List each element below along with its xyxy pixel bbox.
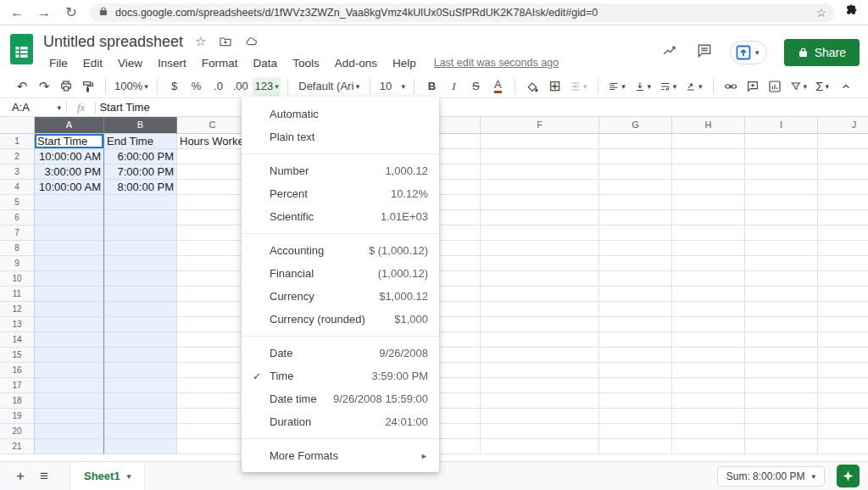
menu-file[interactable]: File xyxy=(43,55,74,71)
format-currency-button[interactable]: $ xyxy=(164,77,185,96)
formula-input[interactable]: Start Time xyxy=(96,101,149,114)
cell-C15[interactable] xyxy=(177,348,248,363)
row-header-2[interactable]: 2 xyxy=(0,149,35,164)
cell-B11[interactable] xyxy=(104,287,177,302)
document-title[interactable]: Untitled spreadsheet xyxy=(43,33,183,51)
cell-G7[interactable] xyxy=(599,226,672,241)
cell-H3[interactable] xyxy=(672,164,745,180)
cell-J5[interactable] xyxy=(818,195,868,210)
cell-I15[interactable] xyxy=(745,348,818,363)
row-header-21[interactable]: 21 xyxy=(0,439,35,454)
cell-A14[interactable] xyxy=(35,332,104,348)
format-percent-button[interactable]: % xyxy=(186,77,207,96)
collapse-toolbar-icon[interactable] xyxy=(836,77,856,96)
row-header-4[interactable]: 4 xyxy=(0,180,35,195)
cell-B21[interactable] xyxy=(104,439,177,454)
cell-F2[interactable] xyxy=(481,149,599,164)
cell-H17[interactable] xyxy=(672,378,745,393)
cell-C17[interactable] xyxy=(177,378,248,393)
cell-H4[interactable] xyxy=(672,180,745,195)
extension-puzzle-icon[interactable] xyxy=(845,3,860,21)
paint-format-icon[interactable] xyxy=(78,77,98,96)
row-header-20[interactable]: 20 xyxy=(0,424,35,439)
cell-F3[interactable] xyxy=(481,164,599,180)
cell-H21[interactable] xyxy=(672,439,745,454)
cell-H6[interactable] xyxy=(672,210,745,226)
cell-I19[interactable] xyxy=(745,409,818,424)
cell-C9[interactable] xyxy=(177,256,248,271)
cell-J19[interactable] xyxy=(818,409,868,424)
cell-J2[interactable] xyxy=(818,149,868,164)
bookmark-star-icon[interactable]: ☆ xyxy=(815,6,826,19)
menu-item-currency-rounded-[interactable]: Currency (rounded)$1,000 xyxy=(242,308,439,331)
row-header-17[interactable]: 17 xyxy=(0,378,35,393)
select-all-corner[interactable] xyxy=(0,117,35,134)
cell-G9[interactable] xyxy=(599,256,672,271)
cell-I2[interactable] xyxy=(745,149,818,164)
cell-J7[interactable] xyxy=(818,226,868,241)
menu-item-number[interactable]: Number1,000.12 xyxy=(242,159,439,182)
cell-J9[interactable] xyxy=(818,256,868,271)
redo-icon[interactable]: ↷ xyxy=(34,77,54,96)
cell-C8[interactable] xyxy=(177,241,248,256)
cell-H7[interactable] xyxy=(672,226,745,241)
cell-F14[interactable] xyxy=(481,332,599,348)
cell-I12[interactable] xyxy=(745,302,818,317)
cell-B1[interactable]: End Time xyxy=(104,134,177,149)
cell-F4[interactable] xyxy=(481,180,599,195)
cell-I9[interactable] xyxy=(745,256,818,271)
cell-J15[interactable] xyxy=(818,348,868,363)
menu-item-date-time[interactable]: Date time9/26/2008 15:59:00 xyxy=(242,387,439,410)
add-sheet-icon[interactable]: + xyxy=(8,465,32,488)
cell-G1[interactable] xyxy=(599,134,672,149)
cell-A18[interactable] xyxy=(35,393,104,409)
cell-G20[interactable] xyxy=(599,424,672,439)
cell-B20[interactable] xyxy=(104,424,177,439)
font-select[interactable]: Default (Ari...▾ xyxy=(295,77,363,96)
cell-I18[interactable] xyxy=(745,393,818,409)
menu-format[interactable]: Format xyxy=(196,55,244,71)
cell-I3[interactable] xyxy=(745,164,818,180)
cell-I6[interactable] xyxy=(745,210,818,226)
column-header-G[interactable]: G xyxy=(599,117,672,134)
cell-B18[interactable] xyxy=(104,393,177,409)
cell-H20[interactable] xyxy=(672,424,745,439)
cell-B13[interactable] xyxy=(104,317,177,332)
cell-F1[interactable] xyxy=(481,134,599,149)
cell-A7[interactable] xyxy=(35,226,104,241)
cell-A5[interactable] xyxy=(35,195,104,210)
vertical-align-icon[interactable]: ▾ xyxy=(631,77,654,96)
cell-C10[interactable] xyxy=(177,271,248,287)
cell-F7[interactable] xyxy=(481,226,599,241)
borders-icon[interactable]: ⊞ xyxy=(544,77,565,96)
cell-C21[interactable] xyxy=(177,439,248,454)
reload-icon[interactable]: ↻ xyxy=(63,4,80,20)
menu-item-scientific[interactable]: Scientific1.01E+03 xyxy=(242,205,439,228)
cell-G13[interactable] xyxy=(599,317,672,332)
cell-A21[interactable] xyxy=(35,439,104,454)
cell-A8[interactable] xyxy=(35,241,104,256)
comment-history-icon[interactable] xyxy=(696,42,713,63)
all-sheets-icon[interactable]: ≡ xyxy=(32,465,56,488)
cell-C7[interactable] xyxy=(177,226,248,241)
column-header-B[interactable]: B xyxy=(104,117,177,134)
cell-G10[interactable] xyxy=(599,271,672,287)
cell-C12[interactable] xyxy=(177,302,248,317)
name-box[interactable]: A:A ▾ xyxy=(0,101,66,114)
cell-B8[interactable] xyxy=(104,241,177,256)
cell-G21[interactable] xyxy=(599,439,672,454)
menu-item-automatic[interactable]: Automatic xyxy=(242,117,439,125)
row-header-6[interactable]: 6 xyxy=(0,210,35,226)
cell-G12[interactable] xyxy=(599,302,672,317)
menu-item-time[interactable]: ✓Time3:59:00 PM xyxy=(242,365,439,387)
cell-C2[interactable] xyxy=(177,149,248,164)
cell-H8[interactable] xyxy=(672,241,745,256)
last-edit-link[interactable]: Last edit was seconds ago xyxy=(434,57,559,69)
cell-A16[interactable] xyxy=(35,363,104,378)
share-button[interactable]: Share xyxy=(784,39,860,66)
cell-I17[interactable] xyxy=(745,378,818,393)
move-folder-icon[interactable] xyxy=(219,35,232,48)
cell-C4[interactable] xyxy=(177,180,248,195)
cell-F19[interactable] xyxy=(481,409,599,424)
cell-A1[interactable]: Start Time xyxy=(35,134,104,149)
